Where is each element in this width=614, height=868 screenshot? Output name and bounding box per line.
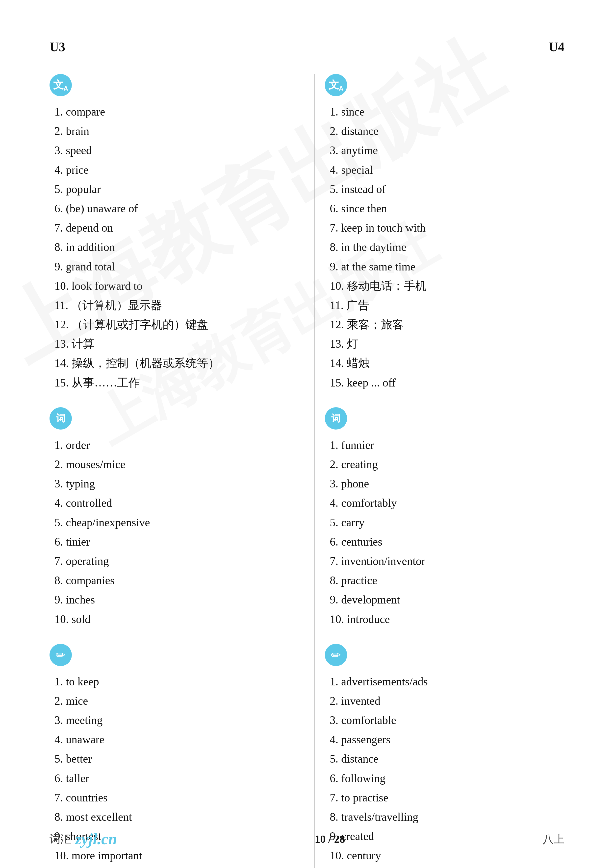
u4-section-a-list: 1. since 2. distance 3. anytime 4. speci… xyxy=(325,102,564,392)
list-item: 14. 操纵，控制（机器或系统等） xyxy=(54,353,289,373)
list-item: 9. grand total xyxy=(54,257,289,276)
list-item: 6. following xyxy=(330,769,564,788)
u4-section-write-icon-label: ✏ xyxy=(331,648,341,662)
list-item: 6. tinier xyxy=(54,532,289,552)
u3-section-write-icon: ✏ xyxy=(50,644,72,666)
u3-section-word-list: 1. order 2. mouses/mice 3. typing 4. con… xyxy=(50,436,289,629)
list-item: 14. 蜡烛 xyxy=(330,353,564,373)
list-item: 6. since then xyxy=(330,199,564,218)
u4-section-word: 词 1. funnier 2. creating 3. phone 4. com… xyxy=(325,407,564,629)
list-item: 11. 广告 xyxy=(330,296,564,315)
main-columns: 文A 1. compare 2. brain 3. speed 4. price… xyxy=(50,74,564,868)
list-item: 10. century xyxy=(330,846,564,865)
footer-grade: 八上 xyxy=(543,832,564,846)
list-item: 7. to practise xyxy=(330,788,564,808)
list-item: 10. look forward to xyxy=(54,276,289,296)
footer-vocab-label: 词汇 xyxy=(50,832,71,846)
u3-section-a-icon: 文A xyxy=(50,74,72,96)
list-item: 1. advertisements/ads xyxy=(330,672,564,691)
list-item: 10. 移动电话；手机 xyxy=(330,276,564,296)
list-item: 4. unaware xyxy=(54,730,289,749)
list-item: 4. special xyxy=(330,160,564,180)
list-item: 8. practice xyxy=(330,571,564,590)
list-item: 6. centuries xyxy=(330,532,564,552)
u3-section-a: 文A 1. compare 2. brain 3. speed 4. price… xyxy=(50,74,289,392)
list-item: 9. inches xyxy=(54,590,289,609)
list-item: 8. in addition xyxy=(54,237,289,257)
list-item: 7. depend on xyxy=(54,218,289,237)
list-item: 3. typing xyxy=(54,474,289,493)
list-item: 10. introduce xyxy=(330,610,564,629)
u3-section-a-icon-label: 文A xyxy=(53,78,68,92)
list-item: 6. (be) unaware of xyxy=(54,199,289,218)
unit-right-label: U4 xyxy=(549,40,564,54)
list-item: 8. travels/travelling xyxy=(330,808,564,827)
u4-section-a: 文A 1. since 2. distance 3. anytime 4. sp… xyxy=(325,74,564,392)
list-item: 8. in the daytime xyxy=(330,237,564,257)
list-item: 5. carry xyxy=(330,513,564,532)
list-item: 5. distance xyxy=(330,749,564,769)
header: U3 U4 xyxy=(50,40,564,54)
list-item: 10. more important xyxy=(54,846,289,865)
u3-column: 文A 1. compare 2. brain 3. speed 4. price… xyxy=(50,74,304,868)
list-item: 9. development xyxy=(330,590,564,609)
list-item: 5. better xyxy=(54,749,289,769)
u4-section-a-icon: 文A xyxy=(325,74,347,96)
list-item: 3. speed xyxy=(54,141,289,160)
list-item: 2. mouses/mice xyxy=(54,455,289,474)
u3-section-a-list: 1. compare 2. brain 3. speed 4. price 5.… xyxy=(50,102,289,392)
list-item: 2. creating xyxy=(330,455,564,474)
list-item: 8. most excellent xyxy=(54,808,289,827)
list-item: 15. keep ... off xyxy=(330,373,564,392)
list-item: 4. comfortably xyxy=(330,493,564,513)
list-item: 7. operating xyxy=(54,552,289,571)
u3-section-write-icon-label: ✏ xyxy=(56,648,65,662)
list-item: 13. 计算 xyxy=(54,334,289,353)
list-item: 2. invented xyxy=(330,691,564,711)
list-item: 6. taller xyxy=(54,769,289,788)
list-item: 11. （计算机）显示器 xyxy=(54,296,289,315)
footer-page: 10 / 28 xyxy=(315,833,345,845)
u4-section-a-icon-label: 文A xyxy=(328,78,344,92)
list-item: 1. since xyxy=(330,102,564,121)
list-item: 5. cheap/inexpensive xyxy=(54,513,289,532)
list-item: 10. sold xyxy=(54,610,289,629)
list-item: 13. 灯 xyxy=(330,334,564,353)
u4-section-word-icon: 词 xyxy=(325,407,347,429)
list-item: 2. distance xyxy=(330,121,564,141)
list-item: 4. price xyxy=(54,160,289,180)
list-item: 3. comfortable xyxy=(330,711,564,730)
footer-left-group: 词汇 zyjl.cn xyxy=(50,830,117,848)
u4-section-word-list: 1. funnier 2. creating 3. phone 4. comfo… xyxy=(325,436,564,629)
list-item: 5. instead of xyxy=(330,180,564,199)
u4-section-write-icon: ✏ xyxy=(325,644,347,666)
list-item: 2. mice xyxy=(54,691,289,711)
list-item: 7. invention/inventor xyxy=(330,552,564,571)
list-item: 12. （计算机或打字机的）键盘 xyxy=(54,315,289,334)
list-item: 9. at the same time xyxy=(330,257,564,276)
page: U3 U4 文A 1. compare 2. brain 3. speed 4.… xyxy=(0,0,614,868)
list-item: 12. 乘客；旅客 xyxy=(330,315,564,334)
u3-section-word-icon: 词 xyxy=(50,407,72,429)
list-item: 1. compare xyxy=(54,102,289,121)
list-item: 1. funnier xyxy=(330,436,564,455)
unit-left-label: U3 xyxy=(50,40,65,54)
u3-section-word-icon-label: 词 xyxy=(56,412,65,425)
list-item: 8. companies xyxy=(54,571,289,590)
list-item: 3. phone xyxy=(330,474,564,493)
u4-column: 文A 1. since 2. distance 3. anytime 4. sp… xyxy=(325,74,564,868)
list-item: 3. meeting xyxy=(54,711,289,730)
list-item: 2. brain xyxy=(54,121,289,141)
list-item: 15. 从事……工作 xyxy=(54,373,289,392)
list-item: 7. countries xyxy=(54,788,289,808)
u3-section-word: 词 1. order 2. mouses/mice 3. typing 4. c… xyxy=(50,407,289,629)
footer-brand: zyjl.cn xyxy=(75,830,117,848)
list-item: 3. anytime xyxy=(330,141,564,160)
list-item: 4. controlled xyxy=(54,493,289,513)
footer: 词汇 zyjl.cn 10 / 28 八上 xyxy=(0,830,614,848)
list-item: 4. passengers xyxy=(330,730,564,749)
list-item: 1. order xyxy=(54,436,289,455)
u4-section-word-icon-label: 词 xyxy=(331,412,341,425)
column-divider xyxy=(314,74,315,868)
list-item: 5. popular xyxy=(54,180,289,199)
